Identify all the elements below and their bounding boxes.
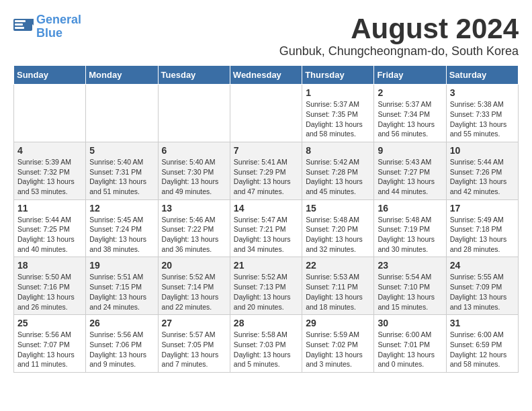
calendar-cell: 15Sunrise: 5:48 AM Sunset: 7:20 PM Dayli…: [302, 199, 374, 257]
day-number: 9: [378, 145, 442, 156]
calendar-cell: 26Sunrise: 5:56 AM Sunset: 7:06 PM Dayli…: [86, 315, 158, 373]
day-info: Sunrise: 5:49 AM Sunset: 7:18 PM Dayligh…: [450, 215, 515, 255]
calendar-cell: 3Sunrise: 5:38 AM Sunset: 7:33 PM Daylig…: [446, 85, 518, 142]
day-info: Sunrise: 5:40 AM Sunset: 7:30 PM Dayligh…: [162, 157, 226, 197]
calendar-cell: 28Sunrise: 5:58 AM Sunset: 7:03 PM Dayli…: [230, 315, 302, 373]
weekday-header-sunday: Sunday: [14, 66, 86, 85]
calendar-cell: 7Sunrise: 5:41 AM Sunset: 7:29 PM Daylig…: [230, 142, 302, 199]
calendar-cell: 21Sunrise: 5:52 AM Sunset: 7:13 PM Dayli…: [230, 257, 302, 315]
day-number: 24: [450, 260, 515, 271]
day-number: 18: [17, 260, 82, 271]
day-info: Sunrise: 5:46 AM Sunset: 7:22 PM Dayligh…: [162, 215, 226, 255]
day-info: Sunrise: 5:51 AM Sunset: 7:15 PM Dayligh…: [89, 272, 154, 312]
title-block: August 2024 Gunbuk, Chungcheongnam-do, S…: [279, 13, 519, 58]
weekday-header-monday: Monday: [86, 66, 158, 85]
calendar-week-5: 25Sunrise: 5:56 AM Sunset: 7:07 PM Dayli…: [14, 315, 519, 373]
day-number: 12: [89, 203, 154, 214]
logo-icon: [13, 19, 34, 35]
calendar-week-4: 18Sunrise: 5:50 AM Sunset: 7:16 PM Dayli…: [14, 257, 519, 315]
day-info: Sunrise: 5:48 AM Sunset: 7:19 PM Dayligh…: [378, 215, 442, 255]
weekday-header-friday: Friday: [374, 66, 446, 85]
day-number: 4: [17, 145, 82, 156]
day-number: 2: [378, 87, 442, 98]
weekday-header-wednesday: Wednesday: [230, 66, 302, 85]
day-info: Sunrise: 5:54 AM Sunset: 7:10 PM Dayligh…: [378, 272, 442, 312]
day-number: 28: [234, 318, 298, 328]
calendar-cell: 23Sunrise: 5:54 AM Sunset: 7:10 PM Dayli…: [374, 257, 446, 315]
calendar-cell: [86, 85, 158, 142]
day-number: 31: [450, 318, 515, 328]
calendar-cell: 16Sunrise: 5:48 AM Sunset: 7:19 PM Dayli…: [374, 199, 446, 257]
day-number: 23: [378, 260, 442, 271]
calendar-cell: 5Sunrise: 5:40 AM Sunset: 7:31 PM Daylig…: [86, 142, 158, 199]
calendar-cell: 31Sunrise: 6:00 AM Sunset: 6:59 PM Dayli…: [446, 315, 518, 373]
calendar-cell: 13Sunrise: 5:46 AM Sunset: 7:22 PM Dayli…: [158, 199, 230, 257]
calendar-cell: 18Sunrise: 5:50 AM Sunset: 7:16 PM Dayli…: [14, 257, 86, 315]
day-info: Sunrise: 5:42 AM Sunset: 7:28 PM Dayligh…: [306, 157, 370, 197]
day-info: Sunrise: 5:44 AM Sunset: 7:26 PM Dayligh…: [450, 157, 515, 197]
calendar-cell: 12Sunrise: 5:45 AM Sunset: 7:24 PM Dayli…: [86, 199, 158, 257]
day-info: Sunrise: 5:56 AM Sunset: 7:06 PM Dayligh…: [89, 330, 154, 369]
day-info: Sunrise: 5:37 AM Sunset: 7:34 PM Dayligh…: [378, 99, 442, 139]
day-number: 5: [89, 145, 154, 156]
day-info: Sunrise: 5:45 AM Sunset: 7:24 PM Dayligh…: [89, 215, 154, 255]
day-info: Sunrise: 5:41 AM Sunset: 7:29 PM Dayligh…: [234, 157, 298, 197]
day-number: 21: [234, 260, 298, 271]
day-info: Sunrise: 5:48 AM Sunset: 7:20 PM Dayligh…: [306, 215, 370, 255]
calendar-cell: 14Sunrise: 5:47 AM Sunset: 7:21 PM Dayli…: [230, 199, 302, 257]
day-info: Sunrise: 5:47 AM Sunset: 7:21 PM Dayligh…: [234, 215, 298, 255]
calendar-week-1: 1Sunrise: 5:37 AM Sunset: 7:35 PM Daylig…: [14, 85, 519, 142]
day-number: 16: [378, 203, 442, 214]
calendar-header-row: SundayMondayTuesdayWednesdayThursdayFrid…: [14, 66, 519, 85]
day-info: Sunrise: 5:52 AM Sunset: 7:14 PM Dayligh…: [162, 272, 226, 312]
day-info: Sunrise: 5:57 AM Sunset: 7:05 PM Dayligh…: [162, 330, 226, 369]
day-info: Sunrise: 5:58 AM Sunset: 7:03 PM Dayligh…: [234, 330, 298, 369]
day-number: 17: [450, 203, 515, 214]
weekday-header-saturday: Saturday: [446, 66, 518, 85]
calendar-cell: 2Sunrise: 5:37 AM Sunset: 7:34 PM Daylig…: [374, 85, 446, 142]
day-info: Sunrise: 5:39 AM Sunset: 7:32 PM Dayligh…: [17, 157, 82, 197]
calendar-cell: 9Sunrise: 5:43 AM Sunset: 7:27 PM Daylig…: [374, 142, 446, 199]
day-number: 19: [89, 260, 154, 271]
calendar-cell: 19Sunrise: 5:51 AM Sunset: 7:15 PM Dayli…: [86, 257, 158, 315]
day-number: 3: [450, 87, 515, 98]
logo: General Blue: [13, 13, 81, 40]
calendar-cell: 6Sunrise: 5:40 AM Sunset: 7:30 PM Daylig…: [158, 142, 230, 199]
day-number: 25: [17, 318, 82, 328]
calendar-cell: 20Sunrise: 5:52 AM Sunset: 7:14 PM Dayli…: [158, 257, 230, 315]
page-header: General Blue August 2024 Gunbuk, Chungch…: [13, 13, 519, 58]
weekday-header-thursday: Thursday: [302, 66, 374, 85]
logo-line2: Blue: [36, 27, 81, 40]
day-number: 6: [162, 145, 226, 156]
calendar-cell: 22Sunrise: 5:53 AM Sunset: 7:11 PM Dayli…: [302, 257, 374, 315]
calendar-cell: 25Sunrise: 5:56 AM Sunset: 7:07 PM Dayli…: [14, 315, 86, 373]
month-title: August 2024: [279, 13, 519, 44]
location-subtitle: Gunbuk, Chungcheongnam-do, South Korea: [279, 44, 519, 58]
calendar-cell: 24Sunrise: 5:55 AM Sunset: 7:09 PM Dayli…: [446, 257, 518, 315]
svg-rect-2: [15, 20, 26, 22]
day-number: 20: [162, 260, 226, 271]
day-info: Sunrise: 5:43 AM Sunset: 7:27 PM Dayligh…: [378, 157, 442, 197]
day-number: 11: [17, 203, 82, 214]
logo-text: General Blue: [36, 13, 81, 40]
day-info: Sunrise: 5:55 AM Sunset: 7:09 PM Dayligh…: [450, 272, 515, 312]
day-number: 1: [306, 87, 370, 98]
calendar-cell: 11Sunrise: 5:44 AM Sunset: 7:25 PM Dayli…: [14, 199, 86, 257]
day-number: 29: [306, 318, 370, 328]
day-info: Sunrise: 5:44 AM Sunset: 7:25 PM Dayligh…: [17, 215, 82, 255]
svg-rect-3: [15, 24, 23, 26]
logo-line1: General: [36, 13, 81, 26]
calendar-cell: 17Sunrise: 5:49 AM Sunset: 7:18 PM Dayli…: [446, 199, 518, 257]
calendar-week-3: 11Sunrise: 5:44 AM Sunset: 7:25 PM Dayli…: [14, 199, 519, 257]
day-number: 26: [89, 318, 154, 328]
calendar-cell: 8Sunrise: 5:42 AM Sunset: 7:28 PM Daylig…: [302, 142, 374, 199]
calendar-cell: 27Sunrise: 5:57 AM Sunset: 7:05 PM Dayli…: [158, 315, 230, 373]
day-info: Sunrise: 5:52 AM Sunset: 7:13 PM Dayligh…: [234, 272, 298, 312]
calendar-cell: 1Sunrise: 5:37 AM Sunset: 7:35 PM Daylig…: [302, 85, 374, 142]
calendar-cell: 4Sunrise: 5:39 AM Sunset: 7:32 PM Daylig…: [14, 142, 86, 199]
day-number: 13: [162, 203, 226, 214]
calendar-cell: [230, 85, 302, 142]
day-number: 27: [162, 318, 226, 328]
calendar-cell: [14, 85, 86, 142]
calendar-cell: [158, 85, 230, 142]
